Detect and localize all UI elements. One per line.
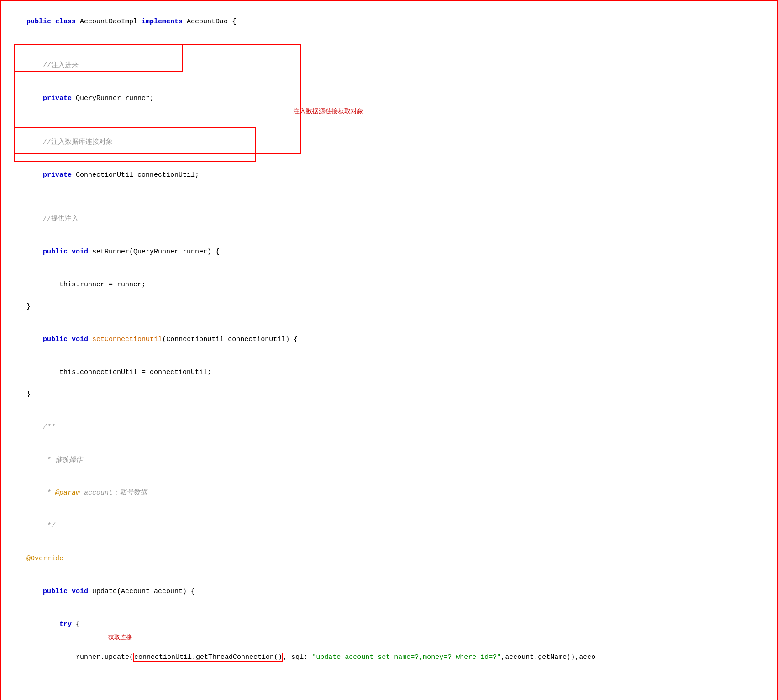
code-line-setrunner-sig: public void setRunner(QueryRunner runner… [10,236,768,268]
code-line-setrunner-body: this.runner = runner; [10,268,768,301]
code-line-class: public class AccountDaoImpl implements A… [10,5,768,38]
code-line-empty2 [10,115,768,126]
code-line-setconn-body: this.connectionUtil = connectionUtil; [10,356,768,389]
code-line-empty3 [10,192,768,203]
code-line-javadoc1-param: * @param account：账号数据 [10,477,768,510]
code-line-empty1 [10,38,768,49]
code-line-update-body: runner.update(connectionUtil.getThreadCo… [10,641,768,696]
code-line-override1: @Override [10,542,768,575]
code-container: 注入数据源链接获取对象 public class AccountDaoImpl … [0,0,778,700]
code-line-catch1: } catch (SQLException e) { [10,696,768,700]
code-line-update-sig: public void update(Account account) { [10,575,768,608]
code-line-setconn-close: } [10,389,768,400]
label-get-conn-1: 获取连接 [108,633,132,642]
code-line-empty5 [10,400,768,411]
code-line-comment1: //注入进来 [10,49,768,82]
code-line-setconn-sig: public void setConnectionUtil(Connection… [10,323,768,356]
code-line-javadoc1-start: /** [10,411,768,444]
code-line-setrunner-close: } [10,301,768,312]
code-line-runner: private QueryRunner runner; [10,82,768,115]
code-line-empty4 [10,312,768,323]
code-line-comment3: //提供注入 [10,203,768,236]
code-line-comment2: //注入数据库连接对象 [10,126,768,159]
code-line-javadoc1-end: */ [10,510,768,542]
code-line-javadoc1-modify: * 修改操作 [10,444,768,477]
code-line-connutil: private ConnectionUtil connectionUtil; [10,159,768,192]
